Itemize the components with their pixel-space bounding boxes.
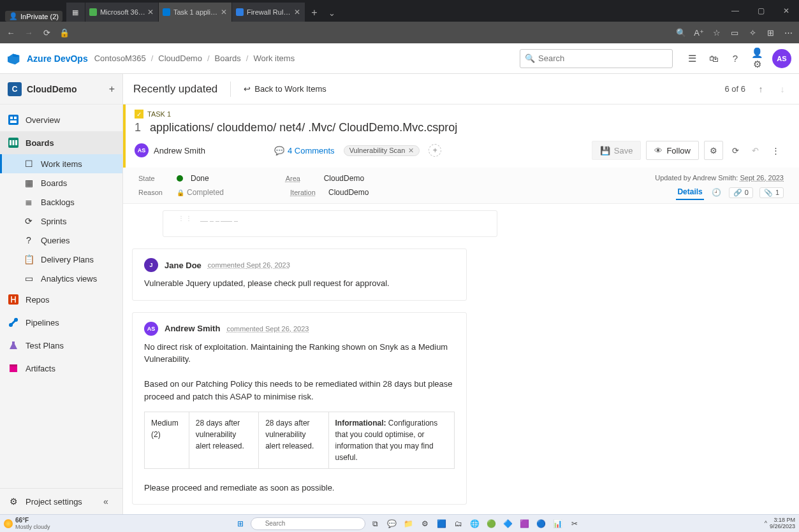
- sidebar-item-boards-sub[interactable]: ▦ Boards: [0, 173, 122, 192]
- sidebar-item-work-items[interactable]: ☐ Work items: [0, 154, 122, 173]
- tag-pill[interactable]: Vulnerability Scan ✕: [344, 145, 420, 156]
- browser-tab[interactable]: Task 1 applications/ clouddemo ✕: [159, 3, 232, 22]
- crumb-project[interactable]: CloudDemo: [158, 54, 202, 63]
- comment-timestamp[interactable]: Sept 26, 2023: [265, 325, 309, 333]
- tab-details[interactable]: Details: [676, 185, 703, 200]
- app-icon[interactable]: ⚙: [419, 517, 432, 530]
- sidebar-item-delivery-plans[interactable]: 📋 Delivery Plans: [0, 250, 122, 269]
- app-icon[interactable]: 🔷: [502, 517, 515, 530]
- search-input[interactable]: [520, 49, 673, 68]
- sidebar-item-artifacts[interactable]: Artifacts: [0, 357, 122, 380]
- project-settings-link[interactable]: ⚙ Project settings «: [0, 489, 122, 514]
- taskbar-search[interactable]: [251, 517, 365, 530]
- close-window-button[interactable]: ✕: [773, 6, 799, 15]
- comments-link[interactable]: 💬 4 Comments: [274, 146, 335, 155]
- comment-author[interactable]: Andrew Smith: [165, 324, 220, 333]
- reason-value[interactable]: Completed: [177, 188, 224, 197]
- crumb-section[interactable]: Boards: [215, 54, 241, 63]
- app-icon[interactable]: 🟪: [518, 517, 531, 530]
- app-icon[interactable]: 🟦: [436, 517, 448, 530]
- assigned-to[interactable]: AS Andrew Smith: [135, 143, 205, 157]
- maximize-button[interactable]: ▢: [748, 6, 773, 15]
- iteration-value[interactable]: CloudDemo: [328, 188, 369, 197]
- follow-button[interactable]: 👁 Follow: [646, 141, 699, 160]
- read-aloud-icon[interactable]: A⁺: [693, 28, 705, 38]
- comment-author[interactable]: Jane Doe: [165, 261, 202, 270]
- split-screen-icon[interactable]: ▭: [729, 28, 740, 38]
- back-button[interactable]: ←: [5, 28, 17, 38]
- app-icon[interactable]: 🔵: [535, 517, 548, 530]
- more-icon[interactable]: ⋯: [782, 28, 794, 38]
- browser-tab[interactable]: ▦: [66, 3, 85, 22]
- marketplace-icon[interactable]: 🛍: [707, 53, 720, 64]
- zoom-icon[interactable]: 🔍: [675, 28, 687, 38]
- next-item-button[interactable]: ↓: [776, 84, 789, 94]
- sidebar-item-pipelines[interactable]: Pipelines: [0, 311, 122, 334]
- taskbar-clock[interactable]: 3:18 PM 9/26/2023: [770, 517, 795, 530]
- sidebar-item-overview[interactable]: Overview: [0, 108, 122, 131]
- app-icon[interactable]: 🌐: [469, 517, 481, 530]
- app-icon[interactable]: ✂: [568, 517, 581, 530]
- tasks-icon[interactable]: ☰: [685, 53, 698, 64]
- tray-chevron-icon[interactable]: ^: [765, 521, 767, 527]
- area-value[interactable]: CloudDemo: [324, 174, 364, 183]
- weather-widget[interactable]: 66°F Mostly cloudy: [4, 517, 50, 530]
- brand-label[interactable]: Azure DevOps: [27, 54, 88, 64]
- sidebar-item-boards[interactable]: Boards: [0, 131, 122, 154]
- back-to-work-items[interactable]: ↩ Back to Work Items: [244, 84, 326, 94]
- project-selector[interactable]: C CloudDemo +: [0, 74, 122, 104]
- sidebar-item-analytics[interactable]: ▭ Analytics views: [0, 269, 122, 288]
- collections-icon[interactable]: ✧: [747, 28, 758, 38]
- settings-icon[interactable]: 👤⚙: [751, 47, 763, 70]
- minimize-button[interactable]: —: [722, 6, 748, 15]
- new-tab-button[interactable]: +: [305, 4, 323, 22]
- comment-timestamp[interactable]: Sept 26, 2023: [246, 261, 290, 269]
- extensions-icon[interactable]: ⊞: [765, 28, 776, 38]
- undo-icon[interactable]: ↶: [748, 146, 763, 155]
- remove-tag-icon[interactable]: ✕: [408, 147, 414, 155]
- sidebar-item-test-plans[interactable]: Test Plans: [0, 334, 122, 357]
- browser-tab[interactable]: Firewall Rules Review 26/03/20 ✕: [232, 3, 305, 22]
- sidebar-item-backlogs[interactable]: ≣ Backlogs: [0, 192, 122, 212]
- sidebar-item-queries[interactable]: ? Queries: [0, 231, 122, 250]
- links-count[interactable]: 🔗0: [729, 187, 753, 198]
- settings-button[interactable]: ⚙: [704, 141, 723, 160]
- attachments-count[interactable]: 📎1: [759, 187, 784, 198]
- crumb-page[interactable]: Work items: [253, 54, 295, 63]
- add-tag-button[interactable]: +: [429, 144, 441, 157]
- crumb-org[interactable]: ContosoM365: [94, 54, 146, 63]
- browser-toolbar: ← → ⟳ 🔒 🔍 A⁺ ☆ ▭ ✧ ⊞ ⋯: [0, 22, 799, 43]
- close-tab-icon[interactable]: ✕: [293, 8, 301, 16]
- refresh-button[interactable]: ⟳: [41, 28, 52, 38]
- save-button[interactable]: 💾 Save: [592, 141, 641, 160]
- forward-button[interactable]: →: [23, 28, 34, 38]
- site-info-icon[interactable]: 🔒: [59, 28, 70, 38]
- close-tab-icon[interactable]: ✕: [220, 8, 228, 16]
- task-view-icon[interactable]: ⧉: [369, 517, 382, 530]
- app-icon[interactable]: 🟢: [485, 517, 498, 530]
- browser-tab[interactable]: Microsoft 365 Certification - Sec ✕: [85, 3, 159, 22]
- refresh-icon[interactable]: ⟳: [728, 146, 743, 155]
- sidebar-item-repos[interactable]: Repos: [0, 288, 122, 311]
- tab-history[interactable]: 🕘: [710, 185, 722, 199]
- more-icon[interactable]: ⋮: [768, 146, 784, 155]
- start-button[interactable]: ⊞: [234, 517, 247, 530]
- app-icon[interactable]: 💬: [386, 517, 399, 530]
- user-avatar[interactable]: AS: [772, 49, 791, 68]
- app-icon[interactable]: 📁: [402, 517, 415, 530]
- work-item-title[interactable]: applications/ clouddemo/ net4/ .Mvc/ Clo…: [150, 121, 457, 134]
- state-value[interactable]: Done: [191, 174, 209, 183]
- prev-item-button[interactable]: ↑: [754, 84, 767, 94]
- help-icon[interactable]: ?: [729, 53, 742, 64]
- discussion-scroll[interactable]: ⋮ ⋮ ⎯⎯ ⎯ ⎯ ⎯⎯⎯ ⎯ J Jane Doe commented Se…: [123, 204, 799, 514]
- updated-timestamp[interactable]: Sept 26, 2023: [740, 174, 784, 182]
- app-icon[interactable]: 🗂: [452, 517, 465, 530]
- favorite-icon[interactable]: ☆: [711, 28, 722, 38]
- collapse-sidebar-icon[interactable]: «: [97, 496, 115, 507]
- app-icon[interactable]: 📊: [552, 517, 564, 530]
- view-title[interactable]: Recently updated: [133, 83, 217, 96]
- add-icon[interactable]: +: [109, 83, 115, 95]
- close-tab-icon[interactable]: ✕: [147, 8, 154, 16]
- sidebar-item-sprints[interactable]: ⟳ Sprints: [0, 212, 122, 231]
- tab-overflow-button[interactable]: ⌄: [323, 4, 341, 22]
